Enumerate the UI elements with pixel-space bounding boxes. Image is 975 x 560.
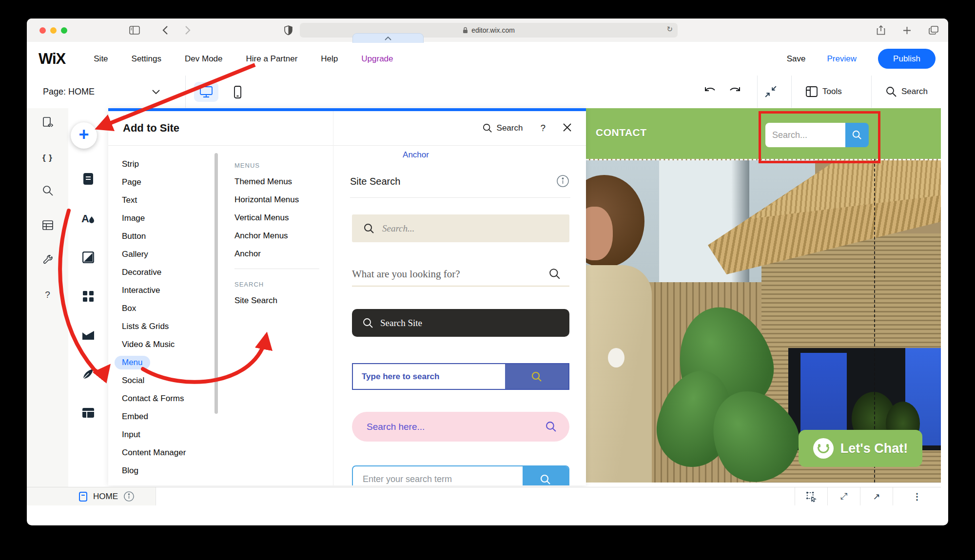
menu-dev-mode[interactable]: Dev Mode xyxy=(185,54,222,64)
category-lists-grids[interactable]: Lists & Grids xyxy=(108,317,218,335)
category-box[interactable]: Box xyxy=(108,299,218,317)
current-page-indicator[interactable]: HOME xyxy=(68,487,156,505)
add-element-button[interactable]: + xyxy=(71,122,97,149)
menu-settings[interactable]: Settings xyxy=(132,54,161,64)
help-icon[interactable]: ? xyxy=(45,290,50,300)
collapse-topbar-tab[interactable] xyxy=(352,33,424,43)
search-widget-blue[interactable]: Enter your search term xyxy=(352,465,569,485)
divider xyxy=(234,269,319,269)
search-widget-pink[interactable]: Search here... xyxy=(352,412,569,442)
category-content-manager[interactable]: Content Manager xyxy=(108,444,218,462)
svg-text:A: A xyxy=(81,212,89,224)
toolbar-search-label: Search xyxy=(901,87,928,97)
page-icon xyxy=(79,492,87,502)
category-video-music[interactable]: Video & Music xyxy=(108,335,218,353)
category-blog[interactable]: Blog xyxy=(108,462,218,480)
wix-logo[interactable]: WiX xyxy=(39,50,65,68)
back-button-icon[interactable] xyxy=(162,25,168,35)
site-nav-contact[interactable]: CONTACT xyxy=(596,127,647,138)
menu-hire-a-partner[interactable]: Hire a Partner xyxy=(246,54,298,64)
search-widget-dark[interactable]: Search Site xyxy=(352,309,569,337)
panel-content: Anchor Site Search Search... What are yo… xyxy=(333,111,586,485)
page-name-label: HOME xyxy=(93,492,118,502)
search-widget-beige[interactable]: Search... xyxy=(352,214,569,242)
more-options-button[interactable]: ⋮ xyxy=(893,487,941,505)
search-widget-underline[interactable]: What are you looking for? xyxy=(352,262,569,287)
sidebar-toggle-icon[interactable] xyxy=(129,26,140,35)
publish-button[interactable]: Publish xyxy=(878,49,936,69)
tools-button[interactable]: Tools xyxy=(806,76,842,108)
search-widget-indigo[interactable]: Type here to search xyxy=(352,363,569,390)
share-icon[interactable] xyxy=(877,25,885,36)
content-breadcrumb[interactable]: Anchor xyxy=(387,150,445,160)
tab-overview-icon[interactable] xyxy=(929,26,938,35)
page-selector[interactable]: Page: HOME xyxy=(43,76,160,108)
content-table-icon[interactable] xyxy=(42,220,53,232)
open-in-new-button[interactable]: ↗ xyxy=(860,487,893,505)
undo-button[interactable] xyxy=(703,76,717,108)
category-page[interactable]: Page xyxy=(108,173,218,191)
reload-icon[interactable]: ↻ xyxy=(666,25,673,34)
text-theme-icon[interactable]: A xyxy=(81,212,95,226)
strip-wave-icon[interactable] xyxy=(82,329,95,342)
redo-button[interactable] xyxy=(728,76,741,108)
minimize-window-button[interactable] xyxy=(50,27,57,34)
new-tab-icon[interactable] xyxy=(903,26,911,35)
category-menu-active[interactable]: Menu xyxy=(108,353,218,371)
subcategory-anchor-menus[interactable]: Anchor Menus xyxy=(222,227,332,245)
editor-top-bar: WiX Site Settings Dev Mode Hire a Partne… xyxy=(27,42,948,76)
menu-site[interactable]: Site xyxy=(94,54,108,64)
zoom-window-button[interactable] xyxy=(61,27,67,34)
privacy-shield-icon[interactable] xyxy=(284,25,292,35)
search-rail-icon[interactable] xyxy=(42,185,53,198)
divider xyxy=(871,76,872,108)
page-code-icon[interactable] xyxy=(42,117,53,131)
pen-nib-icon[interactable] xyxy=(82,367,95,382)
subcategory-vertical-menus[interactable]: Vertical Menus xyxy=(222,209,332,227)
layout-table-icon[interactable] xyxy=(82,407,95,420)
close-window-button[interactable] xyxy=(39,27,46,34)
resize-canvas-button[interactable]: ⤢ xyxy=(827,487,860,505)
save-button[interactable]: Save xyxy=(787,54,806,64)
multi-select-tool[interactable] xyxy=(795,487,827,505)
subcategory-anchor[interactable]: Anchor xyxy=(222,245,332,263)
category-input[interactable]: Input xyxy=(108,425,218,444)
category-image[interactable]: Image xyxy=(108,209,218,227)
category-contact-forms[interactable]: Contact & Forms xyxy=(108,389,218,407)
info-icon[interactable] xyxy=(557,175,569,189)
forward-button-icon[interactable] xyxy=(185,25,191,35)
desktop-view-button[interactable] xyxy=(194,82,218,102)
subcategory-horizontal-menus[interactable]: Horizontal Menus xyxy=(222,191,332,209)
category-button[interactable]: Button xyxy=(108,227,218,245)
placeholder-text: Enter your search term xyxy=(363,474,452,484)
menu-upgrade[interactable]: Upgrade xyxy=(361,54,393,64)
info-icon[interactable] xyxy=(124,491,134,502)
add-elements-rail: + A xyxy=(68,108,108,487)
media-icon[interactable] xyxy=(82,251,94,265)
marquee-select-icon xyxy=(806,491,817,502)
subcategory-site-search[interactable]: Site Search xyxy=(222,291,332,309)
menu-help[interactable]: Help xyxy=(321,54,338,64)
interactive-grid-icon[interactable] xyxy=(82,290,94,304)
code-braces-icon[interactable]: { } xyxy=(42,153,53,163)
subcategory-themed-menus[interactable]: Themed Menus xyxy=(222,173,332,191)
category-text[interactable]: Text xyxy=(108,191,218,209)
placeholder-text: Search Site xyxy=(380,318,422,328)
zoom-out-mode-button[interactable] xyxy=(764,76,777,108)
add-to-site-panel: Add to Site Search ? Strip Page Text xyxy=(108,108,586,485)
category-strip[interactable]: Strip xyxy=(108,155,218,173)
toolbar-search-button[interactable]: Search xyxy=(886,76,928,108)
category-embed[interactable]: Embed xyxy=(108,407,218,425)
category-gallery[interactable]: Gallery xyxy=(108,245,218,263)
category-social[interactable]: Social xyxy=(108,371,218,389)
divider xyxy=(791,76,792,108)
mobile-icon xyxy=(234,86,241,98)
page-icon[interactable] xyxy=(82,173,94,187)
category-decorative[interactable]: Decorative xyxy=(108,263,218,281)
category-interactive[interactable]: Interactive xyxy=(108,281,218,299)
category-scrollbar[interactable] xyxy=(214,153,218,414)
mobile-view-button[interactable] xyxy=(225,82,250,102)
wrench-icon[interactable] xyxy=(42,254,53,267)
preview-button[interactable]: Preview xyxy=(827,54,857,64)
lets-chat-button[interactable]: Let's Chat! xyxy=(799,430,922,467)
